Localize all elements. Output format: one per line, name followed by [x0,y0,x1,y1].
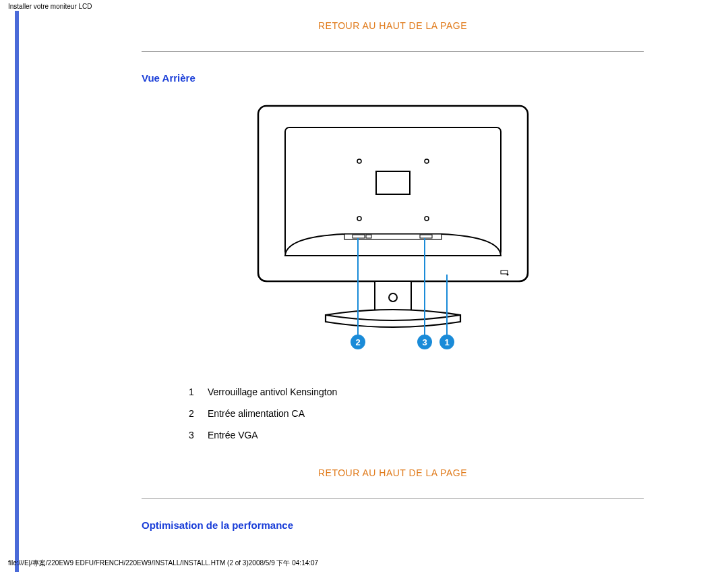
callout-1: 1 [439,335,454,349]
page-header-title: Installer votre moniteur LCD [8,3,92,10]
svg-rect-13 [375,281,411,311]
callout-3: 3 [417,335,432,349]
divider-2 [142,498,644,499]
legend-row: 3 Entrée VGA [189,430,644,440]
legend-row: 2 Entrée alimentation CA [189,408,644,419]
rear-view-legend: 1 Verrouillage antivol Kensington 2 Entr… [189,387,644,440]
legend-text: Verrouillage antivol Kensington [208,387,337,397]
divider-1 [142,51,644,52]
legend-text: Entrée alimentation CA [208,408,305,419]
back-to-top-label: RETOUR AU HAUT DE LA PAGE [318,20,467,31]
main-content: RETOUR AU HAUT DE LA PAGE Vue Arrière [142,0,644,548]
legend-num: 2 [189,408,208,419]
left-accent-stripe [15,11,19,572]
svg-text:2: 2 [355,337,360,347]
footer-file-path: file:///E|/專案/220EW9 EDFU/FRENCH/220EW9/… [8,559,318,568]
legend-num: 1 [189,387,208,397]
legend-row: 1 Verrouillage antivol Kensington [189,387,644,397]
section-heading-rear-view: Vue Arrière [142,72,644,84]
back-to-top-link-1[interactable]: RETOUR AU HAUT DE LA PAGE [142,20,644,31]
legend-text: Entrée VGA [208,430,258,440]
back-to-top-link-2[interactable]: RETOUR AU HAUT DE LA PAGE [142,467,644,478]
rear-view-diagram: 2 3 1 [142,101,644,366]
back-to-top-label: RETOUR AU HAUT DE LA PAGE [318,467,467,478]
svg-text:3: 3 [422,337,427,347]
svg-point-12 [506,274,508,276]
svg-text:1: 1 [444,337,449,347]
monitor-rear-svg: 2 3 1 [245,101,541,364]
callout-2: 2 [351,335,365,349]
section-heading-perf-opt: Optimisation de la performance [142,519,644,531]
legend-num: 3 [189,430,208,440]
